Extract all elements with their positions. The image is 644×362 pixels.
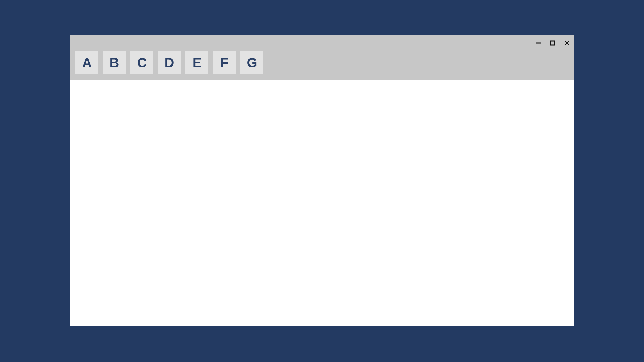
maximize-button[interactable] (549, 40, 556, 46)
minimize-icon (536, 40, 542, 46)
tab-g[interactable]: G (240, 51, 263, 74)
maximize-icon (550, 40, 555, 46)
tab-d[interactable]: D (158, 51, 181, 74)
tab-a[interactable]: A (75, 51, 98, 74)
tab-e[interactable]: E (185, 51, 208, 74)
tab-f[interactable]: F (213, 51, 236, 74)
application-window: A B C D E F G (70, 35, 574, 326)
tab-c[interactable]: C (130, 51, 153, 74)
content-area (70, 80, 574, 326)
titlebar: A B C D E F G (70, 35, 574, 80)
svg-rect-1 (551, 41, 555, 45)
minimize-button[interactable] (535, 40, 542, 46)
close-icon (564, 40, 570, 46)
window-controls (535, 40, 570, 46)
tab-b[interactable]: B (103, 51, 126, 74)
close-button[interactable] (564, 40, 570, 46)
tab-strip: A B C D E F G (75, 51, 263, 74)
